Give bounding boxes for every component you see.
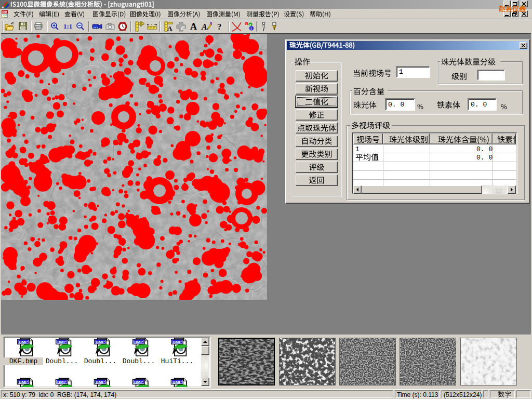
svg-text:A: A [190,21,197,32]
svg-text:A: A [167,24,172,32]
svg-text:A: A [201,22,207,31]
svg-text:DOC: DOC [2,11,8,14]
svg-text:3: 3 [250,27,252,31]
svg-text:?: ? [217,22,222,32]
svg-text:a: a [249,23,251,26]
svg-text:1:1: 1:1 [63,22,72,30]
svg-text:1: 1 [245,23,247,26]
